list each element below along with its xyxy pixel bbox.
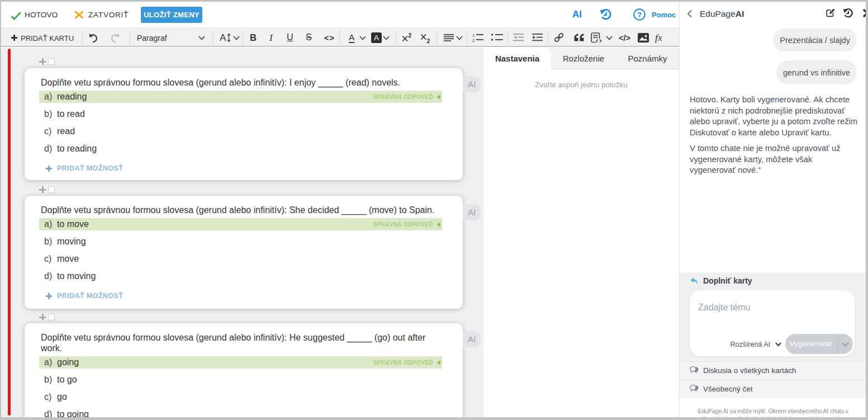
svg-text:1: 1 bbox=[472, 33, 475, 38]
svg-text:?: ? bbox=[637, 11, 642, 19]
svg-text:2: 2 bbox=[427, 37, 430, 44]
svg-text:2: 2 bbox=[472, 38, 475, 42]
svg-text:2: 2 bbox=[409, 32, 412, 39]
